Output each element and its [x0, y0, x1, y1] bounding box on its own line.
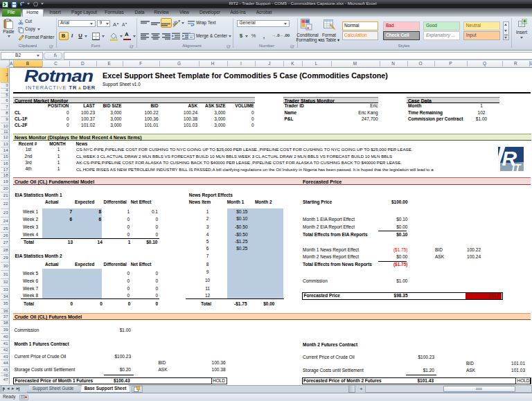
svg-text:IT: IT — [512, 162, 522, 172]
svg-text:ab: ab — [172, 19, 179, 27]
